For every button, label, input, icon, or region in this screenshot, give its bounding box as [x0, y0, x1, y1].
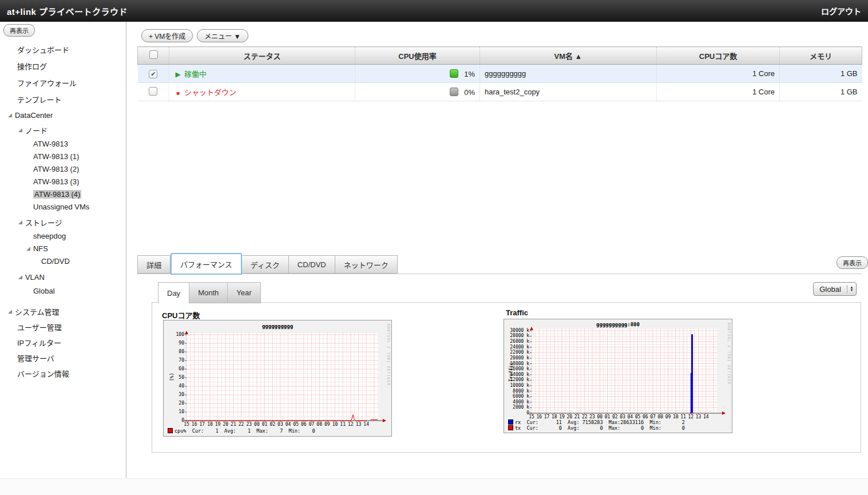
y-tick-label: 2000 k — [505, 405, 529, 410]
sidebar-item-label: ATW-9813 (4) — [33, 190, 81, 199]
tree-expand-icon[interactable]: ◢ — [8, 309, 12, 314]
y-tick-label: 10 — [165, 410, 184, 414]
create-vm-button[interactable]: + VMを作成 — [141, 29, 193, 42]
sidebar-item-label: ノード — [25, 125, 47, 136]
table-row[interactable]: ■シャットダウン 0% hara_test2_copy 1 Core 1 GB — [138, 83, 862, 101]
period-tab-month[interactable]: Month — [189, 282, 228, 303]
app-title: at+link プライベートクラウド — [7, 5, 128, 17]
y-tick-label: 0 — [505, 411, 529, 415]
legend-entry: rx Cur: 11 Avg: 7158283 Max:28633116 Min… — [508, 419, 685, 425]
sidebar-item-label: ATW-9813 (1) — [33, 152, 79, 161]
y-tick-label: 28000 k — [505, 334, 529, 338]
legend-swatch — [508, 419, 513, 425]
sidebar-item-1[interactable]: 操作ログ — [0, 58, 126, 74]
sidebar-item-16[interactable]: ◢VLAN — [0, 270, 126, 284]
tree-expand-icon[interactable]: ◢ — [26, 246, 30, 251]
row-checkbox[interactable] — [149, 87, 157, 96]
period-tab-year[interactable]: Year — [228, 282, 260, 303]
tab-3[interactable]: CD/DVD — [289, 255, 335, 274]
menu-button[interactable]: メニュー ▼ — [197, 29, 248, 42]
status-text: 稼働中 — [184, 70, 207, 78]
header-vm-name[interactable]: VM名 ▲ — [480, 47, 657, 65]
header-cpu-usage[interactable]: CPU使用率 — [355, 47, 480, 65]
sidebar-item-label: ダッシュボード — [17, 44, 69, 55]
y-tick-label: 20000 k — [505, 356, 529, 361]
sidebar-item-label: ATW-9813 — [33, 140, 68, 148]
sidebar-item-label: 管理サーバ — [17, 353, 54, 363]
sidebar-item-2[interactable]: ファイアウォール — [0, 74, 126, 91]
sidebar-item-19[interactable]: ユーザー管理 — [0, 319, 126, 335]
sidebar-item-11[interactable]: Unassigned VMs — [0, 200, 126, 213]
sidebar-item-12[interactable]: ◢ストレージ — [0, 215, 126, 229]
period-tab-day[interactable]: Day — [158, 282, 189, 303]
sidebar-item-3[interactable]: テンプレート — [0, 91, 126, 108]
vm-memory: 1 GB — [780, 83, 862, 101]
sidebar-item-8[interactable]: ATW-9813 (2) — [0, 163, 126, 175]
tree-expand-icon[interactable]: ◢ — [8, 113, 12, 118]
tab-4[interactable]: ネットワーク — [335, 255, 398, 274]
y-tick-label: 4000 k — [505, 400, 529, 405]
sidebar-item-10[interactable]: ATW-9813 (4) — [0, 188, 126, 200]
sidebar-item-label: CD/DVD — [41, 257, 70, 266]
sidebar-item-18[interactable]: ◢システム管理 — [0, 304, 126, 319]
select-stepper-icon: ▲▼ — [847, 285, 856, 293]
status-text: シャットダウン — [184, 88, 236, 97]
legend-swatch — [168, 428, 173, 433]
sidebar-item-17[interactable]: Global — [0, 284, 126, 297]
y-tick-label: 50 — [165, 375, 184, 380]
y-tick-label: 40 — [165, 384, 184, 389]
y-tick-label: 90 — [165, 341, 184, 346]
tab-2[interactable]: ディスク — [242, 255, 289, 274]
sidebar-item-7[interactable]: ATW-9813 (1) — [0, 150, 126, 163]
tree-expand-icon[interactable]: ◢ — [18, 275, 22, 280]
y-tick-label: 8000 k — [505, 389, 529, 394]
sidebar-item-label: バージョン情報 — [17, 368, 69, 379]
sidebar-item-5[interactable]: ◢ノード — [0, 123, 126, 137]
select-all-header[interactable] — [138, 47, 169, 65]
vm-cores: 1 Core — [657, 65, 780, 83]
header-memory[interactable]: メモリ — [780, 47, 862, 65]
tree-expand-icon[interactable]: ◢ — [18, 128, 22, 133]
tab-0[interactable]: 詳細 — [137, 255, 171, 274]
sidebar-item-label: ATW-9813 (2) — [33, 165, 79, 173]
x-tick-label: 14 — [701, 415, 711, 419]
y-tick-label: 24000 k — [505, 345, 529, 350]
sidebar-item-13[interactable]: sheepdog — [0, 229, 126, 242]
sidebar-item-15[interactable]: CD/DVD — [0, 255, 126, 268]
y-tick-label: 30000 k — [505, 328, 529, 333]
table-header-row: ステータス CPU使用率 VM名 ▲ CPUコア数 メモリ — [138, 47, 862, 65]
sidebar-item-9[interactable]: ATW-9813 (3) — [0, 175, 126, 188]
sidebar-item-label: Global — [33, 287, 55, 295]
y-tick-label: 14000 k — [505, 373, 529, 377]
tree-expand-icon[interactable]: ◢ — [18, 220, 22, 225]
sidebar-item-6[interactable]: ATW-9813 — [0, 137, 126, 150]
sidebar-item-0[interactable]: ダッシュボード — [0, 41, 126, 58]
sidebar-item-21[interactable]: 管理サーバ — [0, 350, 126, 366]
vm-cores: 1 Core — [657, 83, 780, 101]
scope-select[interactable]: Global ▲▼ — [813, 282, 857, 296]
traffic-chart-title: Traffic — [506, 308, 528, 317]
cpu-chart: gggggggggg(%)010203040506070809010015161… — [163, 320, 392, 437]
sidebar-item-22[interactable]: バージョン情報 — [0, 366, 126, 381]
select-all-checkbox[interactable] — [149, 50, 158, 59]
logout-button[interactable]: ログアウト — [821, 5, 861, 17]
sidebar-item-label: ファイアウォール — [17, 77, 77, 88]
cpu-usage-badge — [450, 69, 458, 78]
sidebar-refresh-button[interactable]: 再表示 — [3, 24, 35, 37]
detail-refresh-button[interactable]: 再表示 — [837, 256, 868, 269]
sidebar-item-14[interactable]: ◢NFS — [0, 242, 126, 255]
sidebar-item-label: IPフィルター — [17, 337, 61, 348]
header-cpu-cores[interactable]: CPUコア数 — [657, 47, 780, 65]
row-checkbox[interactable]: ✔ — [149, 70, 157, 78]
tab-1[interactable]: パフォーマンス — [171, 253, 242, 275]
vm-name: hara_test2_copy — [480, 83, 657, 101]
sidebar-item-4[interactable]: ◢DataCenter — [0, 108, 126, 123]
status-icon: ■ — [174, 90, 182, 96]
sidebar: 再表示 ダッシュボード操作ログファイアウォールテンプレート◢DataCenter… — [0, 22, 126, 478]
sidebar-item-label: テンプレート — [17, 94, 62, 105]
sidebar-item-label: DataCenter — [15, 111, 53, 120]
legend-entry: tx Cur: 0 Avg: 0 Max: 0 Min: 0 — [508, 425, 685, 431]
header-status[interactable]: ステータス — [169, 47, 355, 65]
table-row[interactable]: ✔ ▶稼働中 1% gggggggggg 1 Core 1 GB — [138, 65, 862, 83]
sidebar-item-20[interactable]: IPフィルター — [0, 335, 126, 350]
